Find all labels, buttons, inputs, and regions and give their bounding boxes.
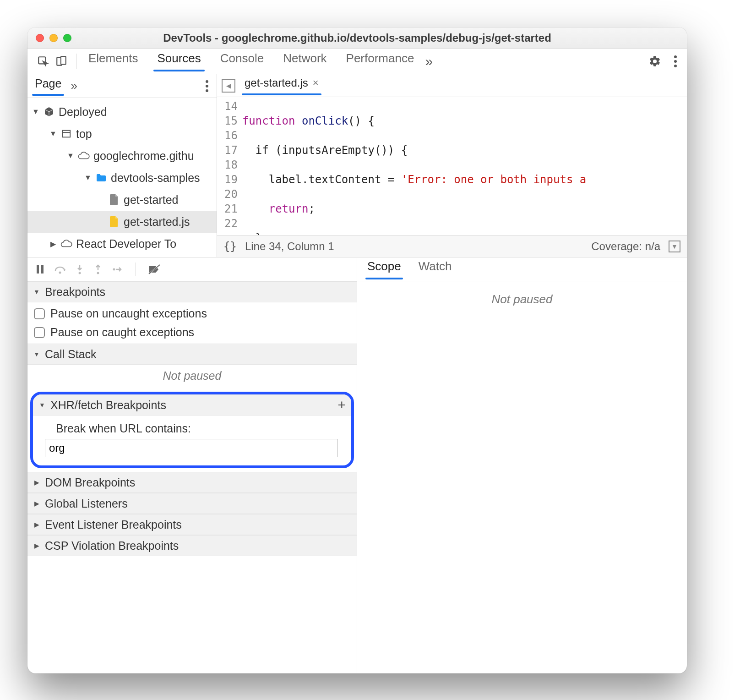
- folder-icon: [95, 172, 107, 184]
- section-call-stack[interactable]: Call Stack: [27, 344, 357, 365]
- devtools-window: DevTools - googlechrome.github.io/devtoo…: [27, 27, 687, 673]
- tree-folder[interactable]: devtools-samples: [27, 167, 217, 189]
- tab-scope[interactable]: Scope: [365, 259, 403, 279]
- tree-label: React Developer To: [76, 237, 176, 251]
- xhr-breakpoints-highlight: XHR/fetch Breakpoints + Break when URL c…: [30, 392, 354, 468]
- scope-empty: Not paused: [357, 281, 687, 673]
- separator: [136, 262, 136, 276]
- xhr-url-label: Break when URL contains:: [56, 422, 342, 435]
- editor-footer: {} Line 34, Column 1 Coverage: n/a ▼: [217, 235, 687, 257]
- deactivate-breakpoints-icon[interactable]: [148, 264, 161, 275]
- tree-react-ext[interactable]: React Developer To: [27, 233, 217, 255]
- code-area[interactable]: 141516171819202122 function onClick() { …: [217, 97, 687, 235]
- svg-point-10: [113, 268, 115, 270]
- svg-rect-6: [41, 265, 44, 273]
- tree-label: devtools-samples: [111, 171, 200, 185]
- nav-more-button[interactable]: »: [71, 79, 77, 93]
- tree-label: googlechrome.githu: [93, 149, 194, 163]
- coverage-label: Coverage: n/a: [591, 240, 660, 253]
- tab-watch[interactable]: Watch: [417, 259, 454, 279]
- navigator: Page » Deployed top googlech: [27, 74, 217, 257]
- tree-deployed[interactable]: Deployed: [27, 101, 217, 123]
- code-editor: get-started.js × 141516171819202122 func…: [217, 74, 687, 257]
- nav-tab-page[interactable]: Page: [32, 77, 64, 95]
- inspect-icon[interactable]: [34, 52, 52, 71]
- toggle-navigator-icon[interactable]: [222, 79, 235, 93]
- device-toggle-icon[interactable]: [52, 52, 71, 71]
- svg-point-9: [97, 272, 99, 274]
- menu-icon[interactable]: [670, 52, 680, 71]
- debugger-pane: Breakpoints Pause on uncaught exceptions…: [27, 257, 687, 673]
- close-tab-icon[interactable]: ×: [313, 77, 319, 89]
- svg-rect-2: [61, 56, 66, 64]
- cloud-icon: [78, 150, 90, 162]
- svg-rect-5: [37, 265, 39, 273]
- deployed-icon: [43, 106, 55, 118]
- tab-elements[interactable]: Elements: [87, 51, 140, 71]
- step-over-icon[interactable]: [54, 264, 66, 274]
- minimize-window-icon[interactable]: [49, 34, 58, 42]
- separator: [76, 54, 76, 69]
- svg-point-7: [59, 271, 61, 273]
- tree-label: get-started.js: [124, 215, 190, 229]
- settings-icon[interactable]: [648, 55, 661, 68]
- call-stack-empty: Not paused: [27, 365, 357, 389]
- more-tabs-button[interactable]: »: [425, 54, 433, 69]
- line-gutter: 141516171819202122: [217, 97, 242, 235]
- tree-top[interactable]: top: [27, 123, 217, 145]
- titlebar: DevTools - googlechrome.github.io/devtoo…: [27, 27, 687, 49]
- tree-file-js[interactable]: get-started.js: [27, 211, 217, 233]
- tree-label: top: [76, 127, 92, 141]
- step-into-icon[interactable]: [75, 264, 84, 275]
- tree-label: get-started: [124, 193, 179, 207]
- cursor-position: Line 34, Column 1: [245, 240, 334, 253]
- js-file-icon: [108, 216, 120, 228]
- maximize-window-icon[interactable]: [63, 34, 71, 42]
- cloud-icon: [60, 238, 72, 250]
- section-dom-breakpoints[interactable]: DOM Breakpoints: [27, 472, 357, 493]
- tree-file-html[interactable]: get-started: [27, 189, 217, 211]
- sources-pane: Page » Deployed top googlech: [27, 74, 687, 257]
- source-text: function onClick() { if (inputsAreEmpty(…: [242, 97, 586, 235]
- checkbox-icon[interactable]: [34, 308, 45, 319]
- step-out-icon[interactable]: [93, 264, 103, 275]
- file-tree: Deployed top googlechrome.githu devtools…: [27, 98, 217, 257]
- pretty-print-icon[interactable]: {}: [223, 240, 237, 253]
- svg-point-8: [79, 272, 81, 274]
- section-xhr-breakpoints[interactable]: XHR/fetch Breakpoints +: [33, 394, 351, 416]
- document-icon: [108, 194, 120, 206]
- coverage-dropdown-icon[interactable]: ▼: [669, 241, 680, 252]
- file-tab[interactable]: get-started.js ×: [242, 77, 321, 95]
- tab-sources[interactable]: Sources: [155, 51, 202, 71]
- section-csp-breakpoints[interactable]: CSP Violation Breakpoints: [27, 535, 357, 556]
- pause-caught-checkbox[interactable]: Pause on caught exceptions: [27, 323, 357, 342]
- tab-network[interactable]: Network: [281, 51, 328, 71]
- debugger-toolbar: [27, 257, 357, 281]
- tree-origin[interactable]: googlechrome.githu: [27, 145, 217, 167]
- section-global-listeners[interactable]: Global Listeners: [27, 493, 357, 514]
- add-xhr-breakpoint-icon[interactable]: +: [337, 397, 346, 413]
- nav-menu-icon[interactable]: [202, 77, 212, 96]
- debugger-left: Breakpoints Pause on uncaught exceptions…: [27, 257, 357, 673]
- close-window-icon[interactable]: [36, 34, 44, 42]
- pause-uncaught-checkbox[interactable]: Pause on uncaught exceptions: [27, 304, 357, 323]
- tree-label: Deployed: [59, 105, 107, 119]
- window-controls: [36, 34, 71, 42]
- section-breakpoints[interactable]: Breakpoints: [27, 281, 357, 302]
- frame-icon: [60, 128, 72, 140]
- window-title: DevTools - googlechrome.github.io/devtoo…: [27, 32, 687, 44]
- section-event-listener-breakpoints[interactable]: Event Listener Breakpoints: [27, 514, 357, 535]
- tab-performance[interactable]: Performance: [344, 51, 416, 71]
- file-tab-label: get-started.js: [245, 77, 308, 89]
- main-toolbar: Elements Sources Console Network Perform…: [27, 49, 687, 74]
- xhr-url-input[interactable]: [45, 439, 338, 457]
- step-icon[interactable]: [112, 265, 124, 274]
- scope-panel: Scope Watch Not paused: [357, 257, 687, 673]
- checkbox-icon[interactable]: [34, 327, 45, 338]
- pause-icon[interactable]: [36, 264, 45, 274]
- svg-rect-3: [63, 131, 71, 137]
- tab-console[interactable]: Console: [218, 51, 266, 71]
